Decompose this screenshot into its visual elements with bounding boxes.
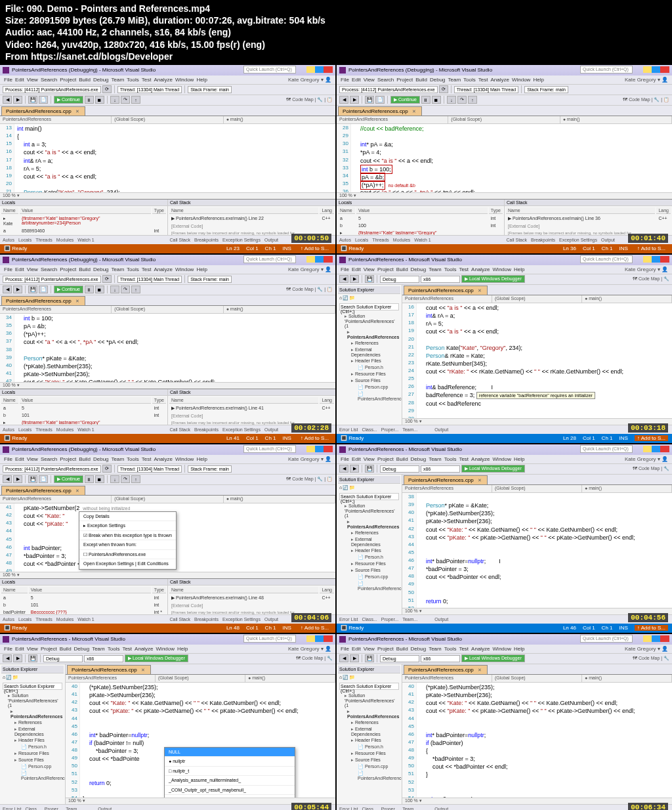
fwd-icon[interactable]: ▶ [13, 475, 22, 483]
step-out-icon[interactable]: ↑ [131, 286, 140, 293]
platform-dd[interactable]: x86 [421, 276, 460, 283]
process-dd[interactable]: Process: [44112] PointersAndReferences.e… [3, 86, 101, 93]
project-node[interactable]: PointersAndReferences [339, 519, 399, 530]
quick-launch[interactable]: Quick Launch (Ctrl+Q) [243, 635, 296, 643]
fwd-icon[interactable]: ▶ [13, 96, 22, 104]
menu-build[interactable]: Build [79, 77, 91, 83]
publish-icon[interactable]: ↑ Add to S... [298, 245, 331, 251]
locals-row[interactable]: ▸ Kate{firstname="Kate" lastname="Gregor… [1, 215, 166, 226]
user-badge[interactable]: Kate Gregory ▾ 👤 [288, 646, 331, 652]
menu-edit[interactable]: Edit [352, 646, 361, 652]
locals-row[interactable]: b101int [1, 412, 166, 418]
pause-icon[interactable]: ⏸ [85, 96, 94, 104]
menu-view[interactable]: View [364, 646, 375, 652]
menu-build[interactable]: Build [79, 456, 91, 462]
file-tab[interactable]: PointersAndReferences.cpp✕ [67, 665, 151, 674]
user-badge[interactable]: Kate Gregory ▾ 👤 [288, 266, 331, 272]
menu-tools[interactable]: Tools [127, 77, 139, 83]
back-icon[interactable]: ◀ [339, 654, 348, 662]
menu-build[interactable]: Build [396, 266, 408, 272]
menu-project[interactable]: Project [377, 646, 394, 652]
solution-search[interactable]: Search Solution Explorer (Ctrl+;) [3, 683, 62, 690]
menu-help[interactable]: Help [533, 77, 543, 83]
menu-debug[interactable]: Debug [430, 77, 446, 83]
debug-button[interactable]: ▶ Local Windows Debugger [461, 275, 525, 283]
file-tab[interactable]: PointersAndReferences.cpp✕ [1, 296, 85, 305]
locals-row[interactable]: a5int [1, 595, 166, 601]
step-over-icon[interactable]: ↷ [121, 475, 130, 483]
process-dd[interactable]: Process: [44112] PointersAndReferences.e… [339, 86, 438, 93]
locals-row[interactable]: a5int [338, 215, 503, 221]
step-over-icon[interactable]: ↷ [121, 286, 130, 293]
menu-view[interactable]: View [27, 266, 38, 272]
menu-help[interactable]: Help [514, 456, 524, 462]
menu-project[interactable]: Project [60, 266, 76, 272]
continue-button[interactable]: ▶ Continue [54, 286, 83, 293]
menu-view[interactable]: View [27, 646, 38, 652]
close-icon[interactable]: ✕ [75, 109, 79, 114]
fwd-icon[interactable]: ▶ [13, 286, 22, 293]
pause-icon[interactable]: ⏸ [85, 286, 94, 293]
solution-node[interactable]: Solution 'PointersAndReferences' (1 [339, 313, 399, 329]
menu-project[interactable]: Project [60, 456, 76, 462]
menu-edit[interactable]: Edit [352, 77, 361, 83]
menu-edit[interactable]: Edit [15, 266, 24, 272]
stackframe-dd[interactable]: Stack Frame: main [524, 86, 568, 93]
publish-icon[interactable]: ↑ Add to S... [635, 435, 668, 441]
step-out-icon[interactable]: ↑ [468, 96, 477, 104]
solution-search[interactable]: Search Solution Explorer (Ctrl+;) [339, 303, 399, 310]
menu-team[interactable]: Team [429, 266, 442, 272]
back-icon[interactable]: ◀ [339, 465, 348, 473]
menu-file[interactable]: File [4, 266, 12, 272]
fwd-icon[interactable]: ▶ [13, 654, 22, 662]
config-dd[interactable]: Debug [380, 655, 419, 662]
code-editor[interactable]: 2829303132333435363738394041 //cout << b… [337, 124, 672, 192]
continue-button[interactable]: ▶ Continue [54, 475, 83, 483]
fwd-icon[interactable]: ▶ [350, 96, 359, 104]
debug-button[interactable]: ▶ Local Windows Debugger [125, 654, 188, 662]
file-tab[interactable]: PointersAndReferences.cpp✕ [404, 665, 488, 674]
menu-project[interactable]: Project [377, 456, 394, 462]
stop-icon[interactable]: ⏹ [95, 286, 104, 293]
menu-edit[interactable]: Edit [15, 646, 24, 652]
code-editor[interactable]: 41424344454647484950515253 pKate->SetNum… [0, 503, 335, 572]
code-editor[interactable]: 3435363738394041424344454647 int b = 100… [0, 314, 335, 382]
solution-search[interactable]: Search Solution Explorer (Ctrl+;) [339, 493, 399, 500]
menu-edit[interactable]: Edit [352, 456, 361, 462]
callstack-row[interactable]: ▶ PointersAndReferences.exe!main() Line … [169, 595, 334, 601]
menu-tools[interactable]: Tools [127, 456, 139, 462]
menu-build[interactable]: Build [415, 77, 427, 83]
locals-row[interactable]: b101int [1, 602, 166, 608]
publish-icon[interactable]: ↑ Add to S... [298, 435, 331, 441]
menu-project[interactable]: Project [396, 77, 413, 83]
thread-dd[interactable]: Thread: [13304] Main Thread [117, 276, 182, 283]
quick-launch[interactable]: Quick Launch (Ctrl+Q) [580, 66, 633, 74]
menu-file[interactable]: File [4, 77, 12, 83]
menu-build[interactable]: Build [396, 456, 408, 462]
menu-test[interactable]: Test [142, 266, 152, 272]
menu-test[interactable]: Test [459, 266, 469, 272]
menu-test[interactable]: Test [478, 77, 488, 83]
close-icon[interactable]: ✕ [75, 488, 79, 493]
menu-view[interactable]: View [364, 456, 375, 462]
save-icon[interactable]: 💾 [28, 96, 37, 104]
project-node[interactable]: PointersAndReferences [339, 708, 399, 719]
menu-debug[interactable]: Debug [74, 646, 90, 652]
file-tab[interactable]: PointersAndReferences.cpp✕ [1, 106, 85, 116]
save-icon[interactable]: 💾 [365, 275, 374, 283]
menu-window[interactable]: Window [156, 646, 175, 652]
menu-debug[interactable]: Debug [93, 77, 109, 83]
back-icon[interactable]: ◀ [339, 275, 348, 283]
solution-node[interactable]: Solution 'PointersAndReferences' (1 [3, 693, 62, 708]
step-over-icon[interactable]: ↷ [457, 96, 467, 104]
menu-tools[interactable]: Tools [444, 456, 457, 462]
menu-tools[interactable]: Tools [444, 266, 457, 272]
menu-team[interactable]: Team [92, 646, 105, 652]
save-icon[interactable]: 💾 [28, 286, 37, 293]
callstack-row[interactable]: ▶ PointersAndReferences.exe!main() Line … [169, 405, 334, 412]
solution-node[interactable]: Solution 'PointersAndReferences' (1 [339, 693, 399, 708]
menu-tools[interactable]: Tools [127, 266, 139, 272]
publish-icon[interactable]: ↑ Add to S... [635, 245, 668, 251]
menu-debug[interactable]: Debug [93, 456, 109, 462]
step-out-icon[interactable]: ↑ [131, 96, 140, 104]
